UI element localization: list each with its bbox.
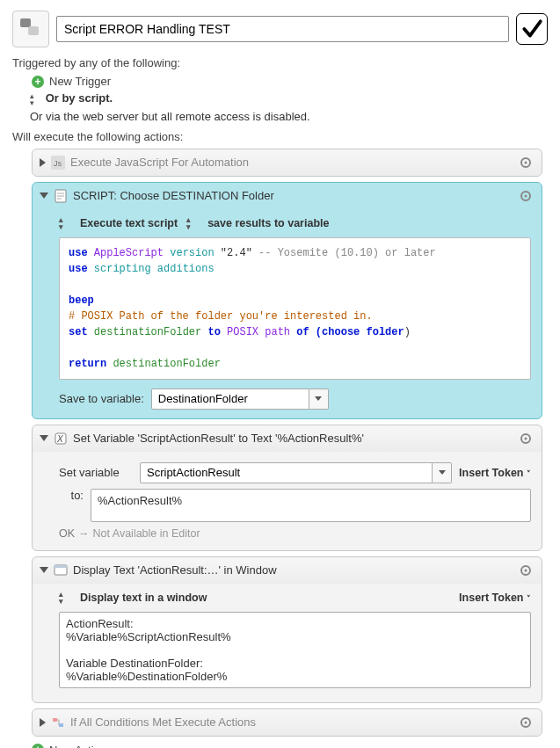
variable-dropdown-button[interactable]: [309, 389, 329, 410]
svg-rect-14: [55, 565, 67, 568]
insert-token-button[interactable]: Insert Token ˅: [459, 467, 531, 479]
display-text-input[interactable]: ActionResult: %Variable%ScriptActionResu…: [59, 612, 531, 688]
js-icon: Js: [51, 156, 65, 170]
execute-script-dropdown[interactable]: Execute text script: [80, 217, 178, 229]
gear-icon[interactable]: [517, 187, 535, 205]
script-editor[interactable]: use AppleScript version "2.4" -- Yosemit…: [59, 237, 531, 380]
svg-text:Js: Js: [54, 159, 62, 168]
svg-rect-1: [28, 26, 39, 35]
actions-label: Will execute the following actions:: [12, 130, 548, 143]
status-na: Not Available in Editor: [93, 527, 200, 540]
action-title: SCRIPT: Choose DESTINATION Folder: [73, 189, 512, 202]
disclosure-icon[interactable]: [40, 192, 48, 199]
svg-point-16: [525, 569, 527, 571]
insert-token-button[interactable]: Insert Token ˅: [459, 592, 531, 604]
save-results-dropdown[interactable]: save results to variable: [207, 217, 329, 229]
save-to-variable-input[interactable]: [151, 389, 309, 410]
variable-dropdown-button[interactable]: [433, 462, 452, 483]
set-variable-label: Set variable: [59, 466, 133, 479]
svg-rect-17: [53, 718, 57, 722]
gear-icon[interactable]: [517, 430, 535, 447]
plus-icon: +: [32, 76, 44, 88]
svg-point-5: [525, 161, 527, 163]
new-action-button[interactable]: + New Action: [32, 744, 548, 748]
to-value-input[interactable]: %ActionResult%: [91, 489, 531, 522]
conditions-icon: [51, 715, 65, 730]
disclosure-icon[interactable]: [40, 435, 48, 441]
updown-icon: [59, 216, 68, 230]
svg-rect-18: [59, 723, 63, 727]
arrow-icon: →: [78, 527, 90, 540]
script-icon: [54, 189, 68, 203]
save-to-variable-label: Save to variable:: [59, 392, 144, 405]
action-execute-js[interactable]: Js Execute JavaScript For Automation: [32, 149, 542, 177]
disclosure-icon[interactable]: [40, 567, 48, 573]
disclosure-icon[interactable]: [40, 718, 46, 727]
display-mode-dropdown[interactable]: Display text in a window: [80, 592, 207, 604]
or-by-script-label: Or by script.: [46, 91, 113, 105]
variable-name-input[interactable]: [140, 462, 433, 483]
svg-point-12: [525, 437, 527, 439]
new-action-label: New Action: [49, 744, 106, 748]
gear-icon[interactable]: [517, 562, 535, 579]
gear-icon[interactable]: [517, 714, 535, 731]
updown-icon: [30, 92, 39, 106]
window-icon: [54, 563, 68, 577]
triggers-label: Triggered by any of the following:: [12, 56, 548, 69]
new-trigger-button[interactable]: + New Trigger: [32, 75, 548, 88]
svg-point-20: [525, 721, 527, 723]
action-title: Execute JavaScript For Automation: [70, 156, 512, 169]
action-title: Set Variable 'ScriptActionResult' to Tex…: [73, 432, 512, 445]
status-ok: OK: [59, 527, 75, 540]
action-if-conditions[interactable]: If All Conditions Met Execute Actions: [32, 708, 542, 737]
variable-icon: X: [54, 432, 68, 446]
new-trigger-label: New Trigger: [49, 75, 111, 88]
plus-icon: +: [32, 744, 44, 748]
updown-icon: [59, 591, 68, 605]
action-script-choose-destination[interactable]: SCRIPT: Choose DESTINATION Folder Execut…: [32, 182, 542, 419]
svg-text:X: X: [56, 434, 63, 444]
macro-icon[interactable]: [12, 11, 49, 47]
action-set-variable[interactable]: X Set Variable 'ScriptActionResult' to T…: [32, 425, 542, 551]
to-label: to:: [59, 489, 84, 502]
gear-icon[interactable]: [517, 154, 535, 171]
action-title: Display Text 'ActionResult:…' in Window: [73, 563, 512, 577]
action-title: If All Conditions Met Execute Actions: [70, 715, 512, 729]
svg-rect-0: [20, 18, 31, 27]
enabled-toggle[interactable]: [516, 13, 548, 45]
macro-title-input[interactable]: [56, 16, 509, 42]
svg-point-8: [525, 194, 527, 197]
action-display-text[interactable]: Display Text 'ActionResult:…' in Window …: [32, 556, 542, 703]
updown-icon: [186, 216, 195, 230]
disclosure-icon[interactable]: [40, 158, 46, 167]
or-via-web-label: Or via the web server but all remote acc…: [30, 110, 548, 123]
